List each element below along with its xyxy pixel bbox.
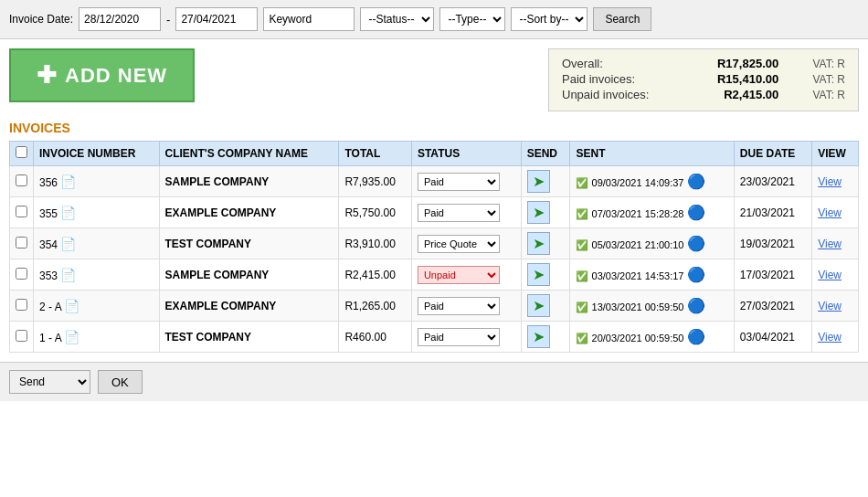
status-cell[interactable]: Unpaid — [411, 259, 521, 291]
view-cell[interactable]: View — [812, 197, 859, 228]
send-button[interactable]: ➤ — [527, 201, 550, 224]
status-dropdown[interactable]: Paid — [418, 297, 500, 315]
main-content: ✚ ADD NEW Overall: R17,825.00 VAT: R Pai… — [0, 39, 868, 362]
view-link[interactable]: View — [818, 238, 842, 250]
table-header-row: INVOICE NUMBER CLIENT'S COMPANY NAME TOT… — [10, 142, 859, 166]
status-dropdown[interactable]: Paid — [418, 204, 500, 222]
sent-cell: ✅ 05/03/2021 21:00:10 🔵 — [570, 228, 734, 259]
sent-check-icon: ✅ — [576, 239, 588, 250]
send-arrow-icon: ➤ — [533, 205, 545, 220]
send-arrow-icon: ➤ — [533, 298, 545, 313]
view-cell[interactable]: View — [812, 259, 859, 291]
row-checkbox[interactable] — [16, 174, 27, 186]
bulk-action-select[interactable]: SendDeleteMark Paid — [9, 370, 90, 394]
pdf-icon[interactable]: 📄 — [64, 299, 79, 313]
keyword-input[interactable] — [263, 7, 355, 31]
send-button[interactable]: ➤ — [527, 294, 550, 317]
summary-box: Overall: R17,825.00 VAT: R Paid invoices… — [548, 48, 859, 111]
invoice-id: 353 — [39, 270, 58, 282]
pdf-icon[interactable]: 📄 — [60, 237, 76, 251]
status-cell[interactable]: Paid — [411, 197, 521, 228]
send-cell[interactable]: ➤ — [521, 166, 570, 197]
view-link[interactable]: View — [818, 269, 842, 281]
info-dot-icon[interactable]: 🔵 — [687, 236, 705, 251]
status-dropdown[interactable]: Price Quote — [418, 235, 500, 253]
total-cell: R5,750.00 — [339, 197, 411, 228]
row-checkbox[interactable] — [16, 206, 27, 217]
status-cell[interactable]: Paid — [411, 322, 521, 353]
pdf-icon[interactable]: 📄 — [60, 206, 76, 220]
company-name-cell: EXAMPLE COMPANY — [159, 197, 339, 228]
company-name-cell: SAMPLE COMPANY — [159, 166, 339, 197]
send-arrow-icon: ➤ — [533, 329, 545, 344]
company-name: SAMPLE COMPANY — [165, 269, 270, 281]
invoice-number-cell: 354 📄 — [34, 228, 160, 259]
view-cell[interactable]: View — [812, 228, 859, 259]
plus-icon: ✚ — [37, 61, 58, 90]
total-cell: R7,935.00 — [339, 166, 411, 197]
send-cell[interactable]: ➤ — [521, 197, 570, 228]
header-send: SEND — [521, 142, 570, 166]
unpaid-row: Unpaid invoices: R2,415.00 VAT: R — [562, 88, 845, 101]
pdf-icon[interactable]: 📄 — [60, 174, 76, 189]
send-cell[interactable]: ➤ — [521, 291, 570, 322]
ok-button[interactable]: OK — [98, 370, 143, 394]
status-cell[interactable]: Paid — [411, 166, 521, 197]
pdf-icon[interactable]: 📄 — [64, 330, 79, 344]
company-name: SAMPLE COMPANY — [165, 175, 270, 188]
send-button[interactable]: ➤ — [527, 325, 550, 348]
table-row: 353 📄SAMPLE COMPANYR2,415.00Unpaid➤✅ 03/… — [10, 259, 859, 291]
status-cell[interactable]: Price Quote — [411, 228, 521, 259]
row-checkbox[interactable] — [16, 299, 27, 311]
sent-cell: ✅ 07/03/2021 15:28:28 🔵 — [570, 197, 734, 228]
header-due-date: DUE DATE — [734, 142, 811, 166]
row-checkbox[interactable] — [16, 237, 27, 248]
date-to-input[interactable] — [175, 7, 258, 31]
view-link[interactable]: View — [818, 175, 842, 188]
view-cell[interactable]: View — [812, 166, 859, 197]
status-dropdown[interactable]: Paid — [418, 173, 500, 191]
sent-info: ✅ 13/03/2021 00:59:50 — [576, 301, 683, 312]
total-cell: R460.00 — [339, 322, 411, 353]
total-cell: R1,265.00 — [339, 291, 411, 322]
row-checkbox[interactable] — [16, 268, 27, 280]
send-cell[interactable]: ➤ — [521, 322, 570, 353]
company-name-cell: EXAMPLE COMPANY — [159, 291, 339, 322]
info-dot-icon[interactable]: 🔵 — [687, 174, 705, 189]
company-name-cell: SAMPLE COMPANY — [159, 259, 339, 291]
sort-select[interactable]: --Sort by-- — [511, 7, 587, 31]
row-checkbox[interactable] — [16, 330, 27, 342]
invoice-id: 355 — [39, 207, 58, 220]
send-button[interactable]: ➤ — [527, 263, 550, 286]
send-button[interactable]: ➤ — [527, 232, 550, 255]
search-button[interactable]: Search — [593, 7, 651, 31]
view-cell[interactable]: View — [812, 322, 859, 353]
send-arrow-icon: ➤ — [533, 267, 545, 282]
status-dropdown[interactable]: Unpaid — [418, 266, 500, 284]
status-select[interactable]: --Status-- — [360, 7, 434, 31]
status-dropdown[interactable]: Paid — [418, 328, 500, 346]
date-from-input[interactable] — [79, 7, 161, 31]
status-cell[interactable]: Paid — [411, 291, 521, 322]
unpaid-amount: R2,415.00 — [696, 88, 778, 101]
header-invoice-number: INVOICE NUMBER — [34, 142, 160, 166]
send-cell[interactable]: ➤ — [521, 228, 570, 259]
send-button[interactable]: ➤ — [527, 170, 550, 193]
header-company-name: CLIENT'S COMPANY NAME — [159, 142, 339, 166]
info-dot-icon[interactable]: 🔵 — [687, 329, 705, 344]
info-dot-icon[interactable]: 🔵 — [687, 267, 705, 282]
view-link[interactable]: View — [818, 300, 842, 312]
view-link[interactable]: View — [818, 206, 842, 219]
info-dot-icon[interactable]: 🔵 — [687, 298, 705, 313]
select-all-checkbox[interactable] — [16, 146, 27, 158]
info-dot-icon[interactable]: 🔵 — [687, 205, 705, 220]
view-link[interactable]: View — [818, 331, 842, 344]
add-new-button[interactable]: ✚ ADD NEW — [9, 48, 195, 102]
type-select[interactable]: --Type-- — [439, 7, 505, 31]
view-cell[interactable]: View — [812, 291, 859, 322]
sent-info: ✅ 03/03/2021 14:53:17 — [576, 270, 683, 281]
table-row: 354 📄TEST COMPANYR3,910.00Price Quote➤✅ … — [10, 228, 859, 259]
pdf-icon[interactable]: 📄 — [60, 268, 76, 282]
send-cell[interactable]: ➤ — [521, 259, 570, 291]
due-date-cell: 21/03/2021 — [734, 197, 811, 228]
